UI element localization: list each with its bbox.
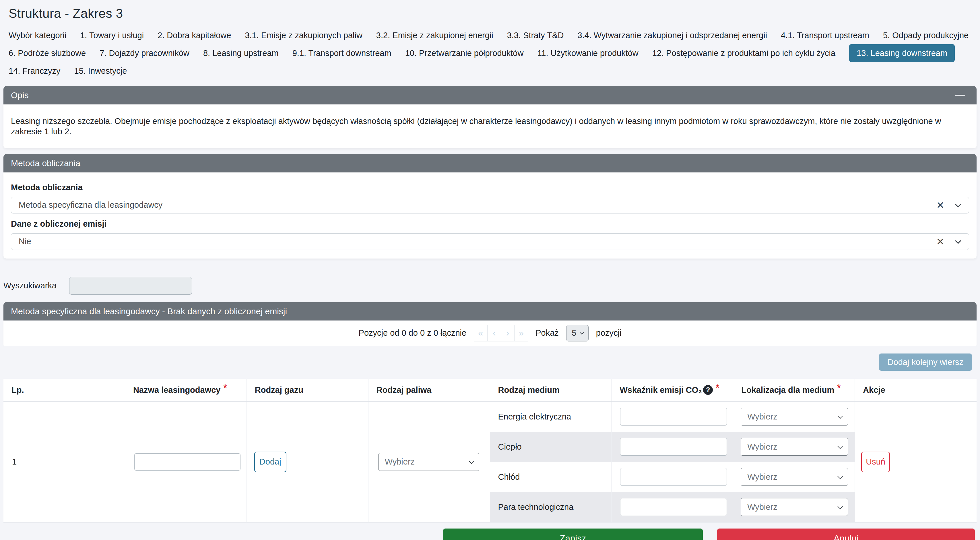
pagination-summary: Pozycje od 0 do 0 z 0 łącznie [359, 328, 467, 338]
required-asterisk: * [716, 383, 719, 393]
wskaznik-emisji-cell [611, 492, 733, 522]
page-size-select[interactable]: 5 [566, 325, 589, 341]
tab-item[interactable]: 3.2. Emisje z zakupionej energii [376, 26, 493, 44]
lokalizacja-cell: Wybierz [733, 492, 855, 522]
col-header-label: Lp. [11, 385, 24, 395]
chevron-down-icon [838, 413, 843, 419]
medium-label: Para technologiczna [490, 502, 574, 512]
dane-z-obliczonej-emisji-label: Dane z obliczonej emisji [11, 219, 969, 229]
lokalizacja-select[interactable]: Wybierz [741, 408, 848, 426]
metoda-obliczania-select[interactable]: Metoda specyficzna dla leasingodawcy ✕ [11, 197, 969, 213]
table-body: 1DodajWybierzEnergia elektrycznaWybierzC… [3, 402, 977, 522]
medium-label: Chłód [490, 472, 520, 482]
required-asterisk: * [837, 383, 840, 393]
page-size-label-after: pozycji [596, 328, 622, 338]
tab-item[interactable]: 14. Franczyzy [9, 62, 60, 80]
row-lp-cell: 1 [3, 402, 125, 522]
tab-item[interactable]: 13. Leasing downstream [849, 44, 955, 62]
col-header-label: Rodzaj medium [498, 385, 560, 395]
tab-item[interactable]: 4.1. Transport upstream [781, 26, 869, 44]
nazwa-leasingodawcy-input[interactable] [134, 453, 240, 470]
tab-item[interactable]: 3.1. Emisje z zakupionych paliw [245, 26, 362, 44]
chevron-down-icon[interactable] [955, 202, 961, 208]
col-header-lokalizacja-dla-medium: Lokalizacja dla medium* [733, 379, 855, 402]
table-section-header: Metoda specyficzna dla leasingodawcy - B… [3, 302, 977, 321]
clear-icon[interactable]: ✕ [936, 237, 945, 246]
tab-item[interactable]: 7. Dojazdy pracowników [100, 44, 189, 62]
table-toolbar: Dodaj kolejny wiersz [3, 346, 977, 379]
dodaj-gaz-button[interactable]: Dodaj [254, 452, 286, 472]
tab-item[interactable]: 12. Postępowanie z produktami po ich cyk… [652, 44, 835, 62]
wskaznik-emisji-input[interactable] [620, 468, 727, 486]
collapse-icon[interactable] [955, 95, 965, 96]
rodzaj-paliwa-select[interactable]: Wybierz [378, 453, 479, 471]
chevron-down-icon[interactable] [955, 238, 961, 244]
clear-icon[interactable]: ✕ [936, 200, 945, 210]
next-page-button[interactable]: › [501, 325, 514, 341]
rodzaj-paliwa-cell: Wybierz [369, 402, 490, 522]
lokalizacja-cell: Wybierz [733, 462, 855, 492]
tab-item[interactable]: 3.4. Wytwarzanie zakupionej i odsprzedan… [578, 26, 767, 44]
tab-item[interactable]: Wybór kategorii [9, 26, 66, 44]
col-header-label: Akcje [863, 385, 885, 395]
tab-item[interactable]: 11. Użytkowanie produktów [537, 44, 638, 62]
opis-panel: Opis Leasing niższego szczebla. Obejmuje… [3, 86, 977, 148]
cancel-button[interactable]: Anuluj [717, 529, 975, 540]
metoda-panel-header: Metoda obliczania [3, 154, 977, 172]
medium-label-cell: Ciepło [490, 432, 612, 462]
last-page-button[interactable]: » [514, 325, 528, 341]
col-header-rodzaj-paliwa: Rodzaj paliwa [369, 379, 490, 402]
tab-item[interactable]: 15. Inwestycje [74, 62, 127, 80]
chevron-down-icon [838, 504, 843, 509]
required-asterisk: * [224, 383, 227, 393]
col-header-rodzaj-gazu: Rodzaj gazu [247, 379, 369, 402]
wskaznik-emisji-cell [611, 432, 733, 462]
save-button[interactable]: Zapisz [443, 529, 703, 540]
wskaznik-emisji-input[interactable] [620, 438, 727, 456]
footer-actions: Zapisz Anuluj [0, 526, 980, 540]
dane-z-obliczonej-emisji-value: Nie [19, 237, 31, 246]
table-section: Metoda specyficzna dla leasingodawcy - B… [3, 302, 977, 523]
pagination-bar: Pozycje od 0 do 0 z 0 łącznie « ‹ › » Po… [3, 321, 977, 346]
tab-item[interactable]: 2. Dobra kapitałowe [158, 26, 231, 44]
lokalizacja-select[interactable]: Wybierz [741, 438, 848, 456]
medium-label: Energia elektryczna [490, 412, 571, 421]
col-header-label: Lokalizacja dla medium [741, 385, 834, 395]
lokalizacja-value: Wybierz [747, 472, 777, 482]
tab-item[interactable]: 9.1. Transport downstream [293, 44, 391, 62]
search-row: Wyszukiwarka [3, 277, 977, 295]
tab-item[interactable]: 8. Leasing upstream [203, 44, 278, 62]
lokalizacja-select[interactable]: Wybierz [741, 468, 848, 486]
tab-item[interactable]: 1. Towary i usługi [80, 26, 144, 44]
row-number: 1 [3, 457, 17, 467]
rodzaj-gazu-cell: Dodaj [247, 402, 369, 522]
col-header-rodzaj-medium: Rodzaj medium [490, 379, 612, 402]
table-header-row: Lp.Nazwa leasingodawcy*Rodzaj gazuRodzaj… [3, 379, 977, 402]
lokalizacja-select[interactable]: Wybierz [741, 498, 848, 516]
add-row-button[interactable]: Dodaj kolejny wiersz [879, 354, 972, 371]
page-title: Struktura - Zakres 3 [9, 6, 980, 21]
pager: « ‹ › » [474, 325, 528, 341]
dane-z-obliczonej-emisji-select[interactable]: Nie ✕ [11, 233, 969, 250]
wskaznik-emisji-cell [611, 462, 733, 492]
page-size-value: 5 [572, 328, 576, 338]
col-header-wskaznik-emisji-co2: Wskaźnik emisji CO₂?* [611, 379, 733, 402]
wskaznik-emisji-input[interactable] [620, 498, 727, 516]
lokalizacja-value: Wybierz [747, 412, 777, 421]
tab-item[interactable]: 6. Podróże służbowe [9, 44, 86, 62]
nazwa-leasingodawcy-cell [125, 402, 247, 522]
tab-item[interactable]: 3.3. Straty T&D [507, 26, 564, 44]
first-page-button[interactable]: « [474, 325, 488, 341]
search-input[interactable] [69, 277, 192, 295]
col-header-label: Wskaźnik emisji CO₂ [620, 385, 702, 395]
medium-label-cell: Chłód [490, 462, 612, 492]
tab-item[interactable]: 10. Przetwarzanie półproduktów [405, 44, 524, 62]
tab-item[interactable]: 5. Odpady produkcyjne [883, 26, 969, 44]
medium-label-cell: Energia elektryczna [490, 402, 612, 432]
help-icon[interactable]: ? [703, 385, 713, 395]
wskaznik-emisji-input[interactable] [620, 408, 727, 426]
data-table: Lp.Nazwa leasingodawcy*Rodzaj gazuRodzaj… [3, 379, 977, 523]
previous-page-button[interactable]: ‹ [487, 325, 501, 341]
usun-button[interactable]: Usuń [861, 452, 890, 472]
col-header-akcje: Akcje [855, 379, 977, 402]
